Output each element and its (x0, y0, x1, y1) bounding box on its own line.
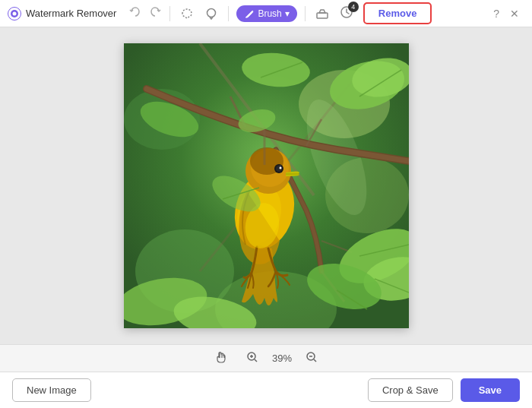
history-badge: 4 (348, 2, 359, 12)
eraser-tool-button[interactable] (310, 5, 334, 23)
app-logo-icon (8, 7, 21, 21)
separator-3 (305, 6, 306, 21)
canvas-area (0, 27, 532, 344)
help-button[interactable]: ? (488, 5, 505, 22)
history-button[interactable]: 4 (334, 3, 359, 24)
footer-right: Crop & Save Save (368, 378, 520, 402)
svg-line-54 (314, 359, 316, 362)
zoom-in-button[interactable] (242, 349, 263, 368)
new-image-button[interactable]: New Image (12, 378, 91, 402)
remove-button[interactable]: Remove (363, 2, 432, 24)
hand-tool-button[interactable] (210, 348, 233, 368)
lasso-tool-button[interactable] (175, 5, 199, 23)
separator-2 (228, 6, 229, 21)
undo-button[interactable] (125, 5, 145, 22)
svg-line-51 (255, 359, 257, 362)
image-container (124, 43, 409, 328)
close-button[interactable]: ✕ (505, 5, 524, 22)
crop-save-button[interactable]: Crop & Save (368, 378, 453, 402)
polygon-tool-button[interactable] (199, 5, 223, 23)
brush-button[interactable]: Brush ▾ (236, 5, 296, 22)
main-image[interactable] (124, 43, 409, 328)
statusbar: 39% (0, 344, 532, 372)
brush-chevron-icon: ▾ (285, 8, 290, 19)
svg-point-2 (13, 11, 17, 15)
zoom-out-button[interactable] (301, 349, 322, 368)
svg-point-42 (279, 167, 281, 169)
svg-rect-4 (317, 13, 328, 18)
titlebar: Watermark Remover Brush ▾ (0, 0, 532, 27)
svg-point-3 (207, 8, 216, 17)
save-button[interactable]: Save (461, 378, 520, 402)
app-title: Watermark Remover (26, 8, 116, 19)
redo-button[interactable] (145, 5, 165, 22)
brush-label: Brush (258, 8, 281, 19)
zoom-level: 39% (272, 353, 292, 364)
bird-illustration (124, 43, 409, 328)
separator-1 (169, 6, 170, 21)
footer: New Image Crop & Save Save (0, 372, 532, 408)
